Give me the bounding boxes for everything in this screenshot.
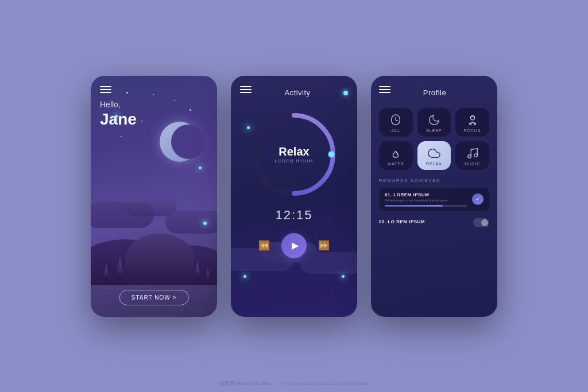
glow-dot [199, 166, 202, 169]
start-button[interactable]: START NOW > [119, 290, 189, 305]
reward-2-title: 02. LO REM IPSUM [379, 219, 425, 224]
activity-header: Activity [240, 86, 348, 100]
time-display: 12:15 [275, 208, 312, 223]
star [189, 109, 191, 111]
star [153, 94, 154, 95]
tree [116, 257, 124, 285]
glow-dot [243, 275, 246, 278]
glow-dot [247, 126, 250, 129]
star [174, 100, 175, 101]
category-water[interactable]: WATER [379, 141, 413, 170]
play-icon: ▶ [292, 240, 299, 251]
relax-label: Relax [274, 145, 313, 158]
fast-forward-button[interactable]: ⏩ [318, 240, 330, 251]
reward-1-progress-bar [385, 205, 467, 207]
svg-point-6 [467, 154, 471, 158]
reward-1-progress-fill [385, 205, 443, 207]
star [126, 92, 128, 94]
lorem-ipsum-text: LOREM IPSUM [274, 158, 313, 164]
category-music-label: MUSIC [465, 162, 481, 166]
category-music[interactable]: MUSIC [455, 141, 489, 170]
svg-point-5 [474, 123, 475, 125]
category-all[interactable]: ALL [379, 108, 413, 137]
tree [103, 264, 109, 285]
screen-hello: Hello, Jane [91, 76, 217, 317]
hamburger-icon[interactable] [379, 86, 390, 93]
reward-2-toggle[interactable] [473, 218, 489, 227]
glow-dot [203, 222, 207, 225]
tree [194, 261, 201, 285]
category-focus[interactable]: FOCUS [455, 108, 489, 137]
category-all-label: ALL [392, 129, 400, 133]
play-button[interactable]: ▶ [281, 233, 307, 258]
category-relax-label: RELAX [426, 162, 442, 166]
category-water-label: WATER [388, 162, 405, 166]
glow-dot [342, 275, 345, 278]
profile-title: Profile [423, 88, 446, 97]
star [141, 121, 142, 122]
watermark-left: 昵图网 www.nipic.com [219, 380, 270, 387]
moon-decoration [160, 122, 200, 162]
activity-title: Activity [284, 88, 310, 97]
reward-item-2: 02. LO REM IPSUM [379, 215, 489, 231]
svg-point-2 [328, 152, 334, 157]
rewards-section-title: REWARDS ACHIEVED [379, 178, 489, 183]
media-controls: ⏪ ▶ ⏩ [258, 233, 330, 258]
watermark-right: ID:31869643 NO:20201013101023118000 [282, 381, 369, 386]
reward-1-info: 01. LOREM IPSUM Pellentesque amet hendre… [385, 192, 467, 207]
watermark-bar: 昵图网 www.nipic.com ID:31869643 NO:2020101… [219, 380, 369, 387]
category-focus-label: FOCUS [464, 129, 481, 133]
screen-profile: Profile ALL [371, 76, 497, 317]
category-sleep[interactable]: SLEEP [417, 108, 451, 137]
category-relax[interactable]: RELAX [417, 141, 451, 170]
glow-dot [343, 91, 348, 95]
landscape-decoration [91, 170, 217, 285]
reward-1-title: 01. LOREM IPSUM [385, 192, 467, 197]
rewind-button[interactable]: ⏪ [258, 240, 270, 251]
category-sleep-label: SLEEP [426, 129, 442, 133]
reward-item-1[interactable]: 01. LOREM IPSUM Pellentesque amet hendre… [379, 188, 489, 211]
svg-point-7 [474, 153, 477, 157]
reward-1-check: ✓ [472, 193, 483, 205]
hamburger-icon[interactable] [240, 86, 252, 93]
hamburger-icon[interactable] [100, 86, 111, 93]
start-button-label: START NOW > [131, 294, 177, 301]
glow-dot [115, 115, 118, 118]
category-icon-grid: ALL SLEEP [379, 108, 489, 170]
greeting-text: Hello, [100, 100, 208, 109]
screen-activity: Activity [231, 76, 357, 317]
progress-ring: Relax LOREM IPSUM [251, 111, 337, 197]
star [121, 136, 122, 137]
profile-header: Profile [379, 86, 489, 100]
reward-1-subtitle: Pellentesque amet hendrerit blandit amet [385, 199, 467, 202]
svg-point-4 [470, 123, 471, 125]
tree [206, 268, 210, 285]
